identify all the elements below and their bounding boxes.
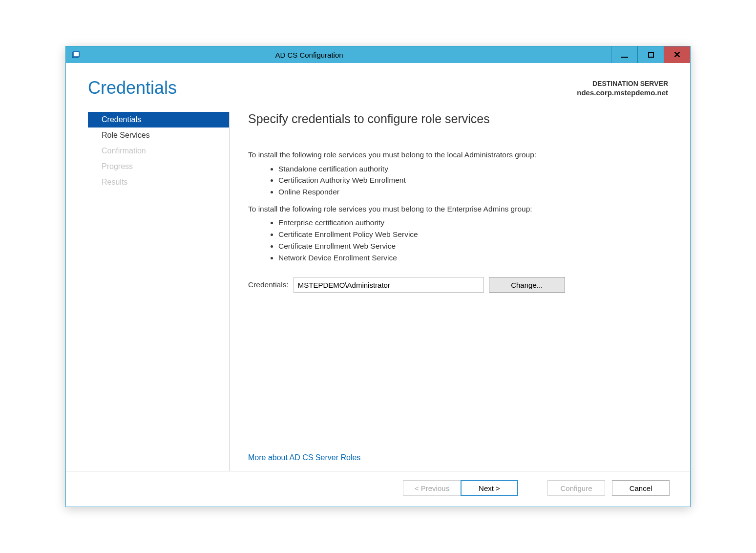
enterprise-admin-intro: To install the following role services y… (248, 204, 668, 214)
credentials-input[interactable] (294, 277, 484, 293)
list-item: Certification Authority Web Enrollment (278, 174, 668, 186)
content-heading: Specify credentials to configure role se… (248, 112, 668, 126)
sidebar-item-role-services[interactable]: Role Services (88, 128, 229, 143)
credentials-label: Credentials: (248, 279, 289, 290)
local-admin-roles: Standalone certification authority Certi… (248, 163, 668, 198)
list-item: Certificate Enrollment Web Service (278, 240, 668, 252)
list-item: Online Responder (278, 186, 668, 198)
minimize-button[interactable] (611, 46, 637, 63)
sidebar-item-credentials[interactable]: Credentials (88, 112, 229, 128)
page-title: Credentials (88, 78, 177, 98)
content-pane: Specify credentials to configure role se… (230, 112, 668, 471)
wizard-footer: < Previous Next > Configure Cancel (66, 471, 690, 507)
configure-button: Configure (547, 480, 605, 496)
app-icon (66, 46, 85, 63)
maximize-icon (648, 52, 654, 58)
maximize-button[interactable] (637, 46, 664, 63)
sidebar-item-results: Results (88, 174, 229, 190)
enterprise-admin-roles: Enterprise certification authority Certi… (248, 217, 668, 263)
local-admin-intro: To install the following role services y… (248, 149, 668, 160)
close-icon: ✕ (673, 49, 681, 60)
list-item: Standalone certification authority (278, 163, 668, 175)
wizard-body: Credentials DESTINATION SERVER ndes.corp… (66, 63, 690, 507)
window-title: AD CS Configuration (85, 46, 611, 63)
change-button[interactable]: Change... (489, 277, 565, 293)
next-button[interactable]: Next > (461, 480, 518, 496)
list-item: Enterprise certification authority (278, 217, 668, 229)
destination-server-box: DESTINATION SERVER ndes.corp.mstepdemo.n… (577, 78, 668, 97)
nav-button-group: < Previous Next > (403, 480, 518, 496)
cancel-button[interactable]: Cancel (612, 480, 670, 496)
sidebar-item-progress: Progress (88, 159, 229, 174)
svg-rect-1 (73, 52, 79, 57)
header-row: Credentials DESTINATION SERVER ndes.corp… (66, 63, 690, 98)
list-item: Network Device Enrollment Service (278, 252, 668, 264)
wizard-window: AD CS Configuration ✕ Credentials DESTIN… (65, 46, 691, 507)
credentials-row: Credentials: Change... (248, 277, 668, 293)
previous-button: < Previous (403, 480, 461, 496)
close-button[interactable]: ✕ (664, 46, 690, 63)
wizard-sidebar: Credentials Role Services Confirmation P… (88, 112, 230, 471)
destination-server-name: ndes.corp.mstepdemo.net (577, 88, 668, 97)
help-link[interactable]: More about AD CS Server Roles (248, 453, 668, 471)
main-row: Credentials Role Services Confirmation P… (66, 98, 690, 471)
window-controls: ✕ (611, 46, 690, 63)
list-item: Certificate Enrollment Policy Web Servic… (278, 229, 668, 240)
minimize-icon (621, 57, 628, 58)
sidebar-item-confirmation: Confirmation (88, 143, 229, 159)
content-body: To install the following role services y… (248, 149, 668, 453)
destination-server-label: DESTINATION SERVER (577, 80, 668, 87)
titlebar[interactable]: AD CS Configuration ✕ (66, 46, 690, 63)
